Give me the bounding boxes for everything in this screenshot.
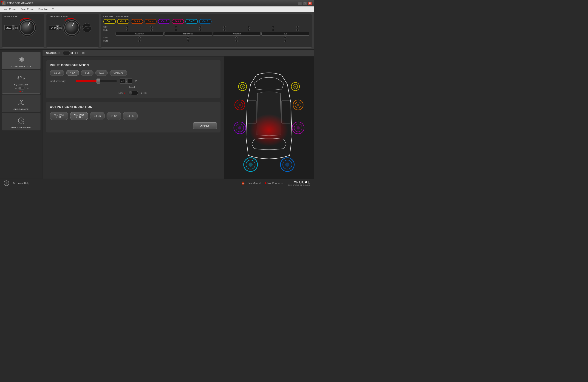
group-solo-midrange[interactable] — [187, 37, 189, 39]
main-level-spinner[interactable]: ▲ ▼ — [12, 25, 15, 30]
eq-toggle-track[interactable] — [18, 87, 25, 90]
main-level-up[interactable]: ▲ — [12, 25, 15, 28]
level-high-group: HIGH — [141, 92, 148, 94]
phase-badge[interactable]: 0° PHASEINV. — [82, 23, 91, 32]
solo-ch3[interactable] — [175, 26, 177, 28]
channel-out3-button[interactable]: Out 3 — [131, 19, 143, 24]
connection-status: Not Connected — [265, 182, 284, 184]
channel-out1-button[interactable]: Out 1 — [103, 19, 116, 24]
level-text: Level — [129, 86, 135, 89]
input-btn-2ch[interactable]: 2 Ch — [81, 70, 93, 76]
solo-ch2[interactable] — [150, 26, 153, 28]
channel-level-up[interactable]: ▲ — [56, 25, 59, 28]
channel-out5-button[interactable]: Out 5 — [158, 19, 170, 24]
mute-ch1[interactable] — [126, 29, 128, 31]
main-level-controls: -25.0 ▲ ▼ dB — [4, 19, 42, 36]
user-manual-link[interactable]: PDF User Manual — [242, 181, 261, 185]
mute-ch4[interactable] — [199, 29, 201, 31]
group-mute-woofer[interactable] — [235, 40, 238, 42]
level-thumb — [129, 91, 132, 95]
config-panel: INPUT CONFIGURATION 5.1 Ch 4 Ch 2 Ch AUX… — [42, 57, 224, 179]
group-mute-tweeter[interactable] — [138, 40, 141, 42]
svg-line-11 — [21, 121, 22, 121]
output-btn-kit2ways[interactable]: Kit 2 ways+ SUB — [50, 112, 68, 120]
channel-level-label: CHANNEL LEVEL — [49, 15, 96, 18]
mode-toggle[interactable] — [62, 51, 70, 55]
mute-ch8[interactable] — [296, 29, 299, 31]
mute-label: Mute — [103, 29, 115, 31]
input-btn-51ch[interactable]: 5.1 Ch — [50, 70, 64, 76]
apply-button[interactable]: APPLY — [193, 122, 217, 129]
group-mute-midrange[interactable] — [187, 40, 189, 42]
input-config-section: INPUT CONFIGURATION 5.1 Ch 4 Ch 2 Ch AUX… — [46, 60, 220, 98]
sensitivity-label: Input sensitivity — [50, 80, 73, 82]
level-high-label: HIGH — [143, 92, 148, 94]
solo-ch4[interactable] — [199, 26, 201, 28]
maximize-button[interactable]: □ — [303, 1, 307, 5]
main-level-knob[interactable] — [20, 20, 35, 35]
content-area: INPUT CONFIGURATION 5.1 Ch 4 Ch 2 Ch AUX… — [42, 57, 314, 179]
channel-level-knob[interactable] — [64, 20, 79, 35]
group-solo-woofer[interactable] — [235, 37, 238, 39]
sensitivity-value-display: 2.0 ▲ ▼ — [120, 79, 132, 83]
channel-out7-button[interactable]: Out 7 — [185, 19, 198, 24]
channel-out4-button[interactable]: Out 4 — [145, 19, 157, 24]
channel-level-knob-wrap — [63, 19, 80, 36]
channel-out8-button[interactable]: Out 8 — [199, 19, 211, 24]
svg-point-26 — [239, 104, 241, 106]
input-btn-optical[interactable]: OPTICAL — [109, 70, 127, 76]
input-btn-aux[interactable]: AUX — [95, 70, 108, 76]
mute-ch3[interactable] — [175, 29, 177, 31]
configuration-label: CONFIGURATION — [11, 65, 31, 67]
sensitivity-thumb[interactable] — [96, 79, 100, 83]
focal-brand: ≡FOCAL THE SPIRIT OF SOUND — [288, 180, 310, 186]
solo-ch8[interactable] — [296, 26, 299, 28]
menu-load-preset[interactable]: Load Preset — [1, 7, 18, 11]
level-dot-red — [124, 93, 126, 94]
menu-function[interactable]: Function — [37, 7, 50, 11]
sensitivity-down[interactable]: ▼ — [125, 81, 127, 83]
solo-label: Solo — [103, 26, 115, 28]
level-toggle[interactable] — [128, 91, 138, 95]
mute-ch6[interactable] — [248, 29, 250, 31]
output-btn-41ch[interactable]: 4.1 Ch — [106, 112, 121, 120]
mute-ch2[interactable] — [150, 29, 153, 31]
sensitivity-spinner[interactable]: ▲ ▼ — [125, 79, 127, 83]
main-level-db-value: -25.0 — [5, 26, 11, 29]
close-button[interactable]: ✕ — [308, 1, 312, 5]
input-btn-4ch[interactable]: 4 Ch — [66, 70, 79, 76]
sensitivity-slider[interactable] — [76, 80, 117, 82]
group-mute-label: Mute — [103, 40, 115, 42]
sidebar-item-time-alignment[interactable]: TIME ALIGNMENT — [2, 113, 41, 130]
solo-ch6[interactable] — [248, 26, 250, 28]
solo-ch5[interactable] — [223, 26, 226, 28]
phase-value: 0° — [83, 26, 85, 29]
minimize-button[interactable]: ─ — [298, 1, 302, 5]
sidebar-item-equalizer[interactable]: EQUALIZER OFF ON — [2, 70, 41, 94]
output-btn-51ch[interactable]: 5.1 Ch — [123, 112, 137, 120]
solo-ch7[interactable] — [272, 26, 274, 28]
channel-level-down[interactable]: ▼ — [56, 28, 59, 30]
sensitivity-up[interactable]: ▲ — [125, 79, 127, 81]
channel-out6-button[interactable]: Out 6 — [172, 19, 184, 24]
output-btn-kit3ways[interactable]: Kit 3 ways+ SUB — [70, 112, 88, 120]
solo-ch1[interactable] — [126, 26, 128, 28]
output-btn-21ch[interactable]: 2.1 Ch — [90, 112, 105, 120]
group-mute-sub[interactable] — [284, 40, 286, 42]
menu-save-preset[interactable]: Save Preset — [19, 7, 36, 11]
group-solo-sub[interactable] — [284, 37, 286, 39]
sensitivity-row: Input sensitivity 2.0 ▲ ▼ V — [50, 79, 217, 83]
menu-help[interactable]: ? — [50, 7, 55, 11]
level-low-group: LOW — [119, 92, 126, 94]
sidebar-item-crossover[interactable]: CROSSOVER — [2, 95, 41, 112]
group-sub: SUB — [261, 32, 309, 36]
mute-ch7[interactable] — [272, 29, 274, 31]
channel-level-spinner[interactable]: ▲ ▼ — [56, 25, 59, 30]
main-level-down[interactable]: ▼ — [12, 28, 15, 30]
level-control-row: LOW HIGH — [50, 91, 217, 95]
mute-ch5[interactable] — [223, 29, 226, 31]
help-circle-button[interactable]: ? — [4, 181, 9, 186]
group-solo-tweeter[interactable] — [138, 37, 141, 39]
sidebar-item-configuration[interactable]: CONFIGURATION — [2, 52, 41, 69]
channel-out2-button[interactable]: Out 2 — [117, 19, 129, 24]
